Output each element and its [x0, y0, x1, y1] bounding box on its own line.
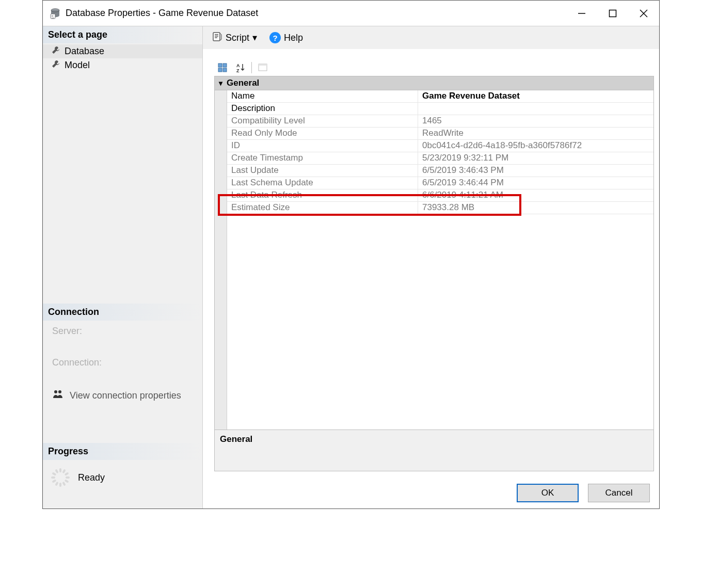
- svg-rect-16: [55, 482, 58, 486]
- value-last-update: 6/5/2019 3:46:43 PM: [418, 165, 653, 177]
- value-last-refresh: 6/6/2019 4:11:21 AM: [418, 189, 653, 201]
- wrench-icon: [51, 45, 60, 57]
- property-grid: ▾ General Name Game Revenue Dataset Desc…: [214, 76, 654, 430]
- value-est-size: 73933.28 MB: [418, 202, 653, 214]
- chevron-down-icon: ▾: [219, 79, 222, 87]
- row-name[interactable]: Name Game Revenue Dataset: [227, 90, 653, 103]
- label-name: Name: [227, 90, 418, 102]
- wrench-icon: [51, 59, 60, 71]
- people-icon: [52, 389, 63, 403]
- dialog-footer: OK Cancel: [203, 478, 659, 508]
- property-pages-button[interactable]: [255, 60, 270, 75]
- svg-rect-9: [59, 468, 61, 472]
- row-estimated-size: Estimated Size 73933.28 MB: [227, 202, 653, 214]
- row-compatibility-level: Compatibility Level 1465: [227, 115, 653, 128]
- svg-text:Z: Z: [236, 68, 240, 73]
- label-est-size: Estimated Size: [227, 202, 418, 214]
- svg-rect-19: [52, 472, 56, 475]
- svg-point-8: [58, 390, 61, 393]
- value-compatibility: 1465: [418, 115, 653, 127]
- minimize-button[interactable]: [566, 1, 597, 26]
- row-read-only-mode: Read Only Mode ReadWrite: [227, 128, 653, 140]
- page-model-label: Model: [65, 60, 90, 71]
- page-database-label: Database: [65, 46, 104, 57]
- close-button[interactable]: [628, 1, 659, 26]
- value-create-ts: 5/23/2019 9:32:11 PM: [418, 152, 653, 164]
- help-button[interactable]: ? Help: [265, 30, 307, 45]
- help-icon: ?: [269, 32, 281, 43]
- svg-rect-23: [223, 63, 227, 67]
- value-id: 0bc041c4-d2d6-4a18-95fb-a360f5786f72: [418, 140, 653, 152]
- script-icon: [212, 31, 222, 44]
- page-list: Database Model: [43, 43, 202, 77]
- progress-header: Progress: [43, 443, 202, 460]
- categorized-button[interactable]: [215, 60, 231, 75]
- cancel-label: Cancel: [605, 488, 633, 498]
- label-id: ID: [227, 140, 418, 152]
- dropdown-icon: ▾: [252, 32, 257, 43]
- svg-rect-10: [62, 469, 66, 473]
- svg-rect-4: [610, 10, 616, 17]
- label-last-refresh: Last Data Refresh: [227, 189, 418, 201]
- svg-rect-12: [66, 476, 70, 479]
- value-read-only: ReadWrite: [418, 128, 653, 139]
- svg-rect-29: [259, 64, 267, 66]
- select-page-header: Select a page: [43, 26, 202, 43]
- svg-rect-15: [59, 483, 61, 487]
- group-header-general[interactable]: ▾ General: [215, 76, 653, 90]
- svg-rect-17: [52, 479, 56, 483]
- page-database[interactable]: Database: [43, 44, 202, 58]
- property-grid-toolbar: A Z: [214, 59, 654, 76]
- sidebar: Select a page Database Model Connection: [43, 26, 203, 508]
- help-label: Help: [284, 33, 303, 43]
- label-read-only: Read Only Mode: [227, 128, 418, 139]
- row-description[interactable]: Description: [227, 103, 653, 115]
- group-label: General: [227, 78, 259, 88]
- value-description[interactable]: [418, 103, 653, 115]
- progress-status: Ready: [78, 472, 105, 483]
- page-model[interactable]: Model: [43, 58, 202, 72]
- toolbar-separator: [251, 62, 252, 73]
- connection-label: Connection:: [52, 357, 193, 368]
- svg-rect-11: [65, 472, 69, 475]
- row-last-data-refresh: Last Data Refresh 6/6/2019 4:11:21 AM: [227, 189, 653, 202]
- spinner-icon: [50, 467, 71, 488]
- row-create-timestamp: Create Timestamp 5/23/2019 9:32:11 PM: [227, 152, 653, 165]
- maximize-button[interactable]: [597, 1, 628, 26]
- dialog-window: Database Properties - Game Revenue Datas…: [42, 0, 660, 509]
- svg-rect-21: [213, 33, 220, 41]
- ok-button[interactable]: OK: [517, 484, 579, 502]
- alphabetical-button[interactable]: A Z: [233, 60, 248, 75]
- description-panel: General: [214, 430, 654, 471]
- row-last-update: Last Update 6/5/2019 3:46:43 PM: [227, 165, 653, 177]
- label-create-ts: Create Timestamp: [227, 152, 418, 164]
- row-id: ID 0bc041c4-d2d6-4a18-95fb-a360f5786f72: [227, 140, 653, 152]
- label-last-schema: Last Schema Update: [227, 177, 418, 189]
- ok-label: OK: [541, 488, 554, 498]
- property-rows: Name Game Revenue Dataset Description Co…: [227, 90, 653, 430]
- svg-rect-24: [218, 68, 222, 72]
- server-label: Server:: [52, 326, 193, 337]
- titlebar: Database Properties - Game Revenue Datas…: [43, 1, 659, 26]
- svg-rect-13: [65, 479, 69, 483]
- description-panel-title: General: [220, 434, 252, 444]
- connection-header: Connection: [43, 304, 202, 321]
- svg-rect-18: [51, 476, 55, 479]
- svg-text:A: A: [236, 63, 240, 68]
- label-description: Description: [227, 103, 418, 115]
- value-last-schema: 6/5/2019 3:46:44 PM: [418, 177, 653, 189]
- value-name[interactable]: Game Revenue Dataset: [418, 90, 653, 102]
- label-compatibility: Compatibility Level: [227, 115, 418, 127]
- svg-rect-14: [62, 482, 66, 486]
- svg-rect-20: [55, 469, 58, 473]
- view-connection-properties[interactable]: View connection properties: [52, 389, 193, 403]
- script-label: Script: [226, 33, 249, 43]
- cancel-button[interactable]: Cancel: [588, 484, 650, 502]
- window-title: Database Properties - Game Revenue Datas…: [66, 8, 566, 19]
- script-button[interactable]: Script ▾: [208, 29, 261, 46]
- main-toolbar: Script ▾ ? Help: [203, 26, 659, 49]
- property-grid-gutter: [215, 90, 227, 430]
- database-icon: [49, 7, 61, 20]
- main-panel: Script ▾ ? Help: [203, 26, 659, 508]
- row-last-schema-update: Last Schema Update 6/5/2019 3:46:44 PM: [227, 177, 653, 189]
